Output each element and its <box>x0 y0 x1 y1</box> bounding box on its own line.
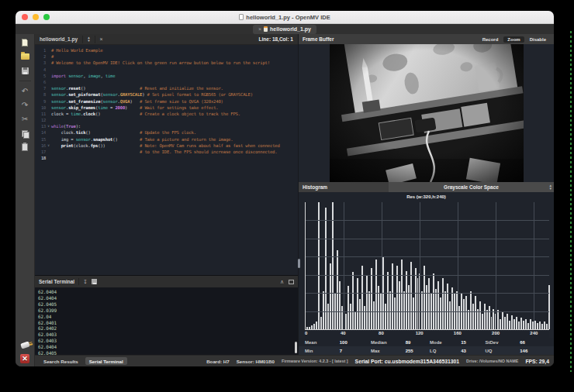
center-tab-strip: × helloworld_1.py <box>16 24 554 34</box>
status-serial-port: Serial Port: cu.usbmodem315A346531301 <box>355 359 460 364</box>
histogram-bar <box>394 297 396 329</box>
statusbar-tab-search-results[interactable]: Search Results <box>40 357 82 365</box>
splitter-grip[interactable] <box>298 259 300 268</box>
file-tab[interactable]: helloworld_1.py <box>35 36 82 42</box>
fold-gutter <box>46 136 51 143</box>
histogram-bars <box>306 202 549 329</box>
cut-button[interactable]: ✂ <box>19 115 31 124</box>
gridline <box>306 311 549 312</box>
histogram-title: Histogram <box>303 184 327 190</box>
gridline <box>306 220 549 221</box>
redo-button[interactable]: ↷ <box>19 101 31 110</box>
record-button[interactable]: Record <box>479 36 503 43</box>
new-file-button[interactable] <box>19 38 31 47</box>
open-file-button[interactable] <box>19 52 31 61</box>
resolution-row: Res (w:320,h:240) <box>299 192 554 201</box>
fold-gutter <box>46 73 51 79</box>
histogram-bar <box>507 314 508 329</box>
camera-image <box>330 44 524 182</box>
histogram-bar <box>371 268 372 329</box>
histogram-bar <box>523 321 524 329</box>
new-file-icon <box>22 39 28 46</box>
histogram-bar <box>548 285 550 329</box>
stat-label: LQ <box>430 349 461 353</box>
right-pane: Frame Buffer RecordZoomDisable <box>299 34 554 355</box>
close-icon[interactable]: × <box>258 26 261 32</box>
histogram-bar <box>401 260 403 329</box>
stat-value: 255 <box>406 349 430 353</box>
frame-buffer-view[interactable] <box>299 44 554 182</box>
line-number: 9 <box>35 98 46 105</box>
histogram-bar <box>421 291 423 329</box>
histogram-bar <box>491 317 493 329</box>
histogram-bar <box>502 311 503 329</box>
x-tick-label: 0 <box>305 331 307 335</box>
histogram-bar <box>513 319 515 329</box>
histogram-bar <box>537 323 538 329</box>
histogram-bar <box>415 268 417 329</box>
code-line: 18 <box>35 155 298 161</box>
code-line: 5import sensor, image, time <box>35 73 298 79</box>
save-file-button[interactable] <box>19 66 31 75</box>
paste-button[interactable] <box>19 143 31 152</box>
serial-terminal-output[interactable]: 62.040462.040462.040562.039962.0462.0401… <box>35 287 298 355</box>
frame-buffer-buttons: RecordZoomDisable <box>479 36 550 43</box>
line-number: 3 <box>35 60 46 66</box>
line-number: 10 <box>35 105 46 111</box>
terminal-scrollbar[interactable] <box>295 342 297 353</box>
desktop-edge-artifact <box>570 31 572 372</box>
code-line: 12 <box>35 117 298 123</box>
save-log-icon[interactable] <box>92 279 97 284</box>
gridline <box>306 256 549 257</box>
file-selector-icon[interactable]: ▲▼ <box>83 36 94 42</box>
line-number: 14 <box>35 129 46 136</box>
histogram-bar <box>385 304 386 329</box>
color-space-select[interactable]: Grayscale Color Space ▲▼ <box>389 182 554 192</box>
histogram-bar <box>484 304 486 329</box>
code-line: 8sensor.set_pixformat(sensor.GRAYSCALE) … <box>35 91 298 98</box>
code-editor[interactable]: 1# Hello World Example2#3# Welcome to th… <box>35 45 298 275</box>
undo-icon: ↶ <box>22 88 28 95</box>
collapse-panel-icon[interactable]: ∧ <box>280 279 284 285</box>
histogram-bar <box>309 327 310 329</box>
histogram-bar <box>318 202 320 329</box>
histogram-stats: Mean100Median89Mode15StDev66Min7Max255LQ… <box>299 338 554 355</box>
stop-script-button[interactable]: ✕ <box>19 354 31 363</box>
close-file-button[interactable]: × <box>95 36 108 42</box>
stat-label: UQ <box>486 349 520 353</box>
status-drive: Drive: /Volumes/NO NAME <box>466 359 518 363</box>
x-tick-label: 40 <box>341 331 346 335</box>
statusbar-tab-serial-terminal[interactable]: Serial Terminal <box>85 357 127 365</box>
scroll-to-bottom-icon[interactable]: ↧ <box>83 279 88 285</box>
undo-button[interactable]: ↶ <box>19 87 31 96</box>
fold-marker-icon[interactable]: ∨ <box>46 123 51 129</box>
histogram-bar <box>330 263 331 329</box>
code-text: sensor.set_pixformat(sensor.GRAYSCALE) #… <box>51 91 253 98</box>
code-text: # Welcome to the OpenMV IDE! Click on th… <box>51 60 270 66</box>
histogram-bar <box>389 291 391 329</box>
zoom-button[interactable]: Zoom <box>503 36 524 43</box>
histogram-bar <box>357 278 358 329</box>
float-panel-icon[interactable] <box>289 280 294 284</box>
line-number: 6 <box>35 79 46 85</box>
histogram-bar <box>468 310 469 329</box>
code-text: sensor.skip_frames(time = 2000) # Wait f… <box>51 105 218 111</box>
fold-gutter <box>46 111 51 117</box>
disable-button[interactable]: Disable <box>526 36 550 43</box>
connect-button[interactable] <box>19 340 31 349</box>
fold-gutter <box>46 129 51 136</box>
histogram-bar <box>387 272 389 329</box>
paste-icon <box>22 143 28 151</box>
center-tab[interactable]: × helloworld_1.py <box>253 25 316 34</box>
histogram-bar <box>465 296 467 329</box>
histogram-bar <box>447 284 448 329</box>
editor-pane: helloworld_1.py ▲▼ × Line: 18,Col: 1 1# … <box>35 34 299 355</box>
copy-button[interactable] <box>19 129 31 138</box>
histogram-bar <box>403 291 405 329</box>
code-text: while(True): <box>51 123 81 129</box>
frame-buffer-header: Frame Buffer RecordZoomDisable <box>299 34 554 44</box>
fold-marker-icon[interactable]: ∨ <box>46 143 51 149</box>
histogram-bar <box>327 304 329 329</box>
line-number: 16 <box>35 143 46 149</box>
histogram-bar <box>428 278 430 329</box>
